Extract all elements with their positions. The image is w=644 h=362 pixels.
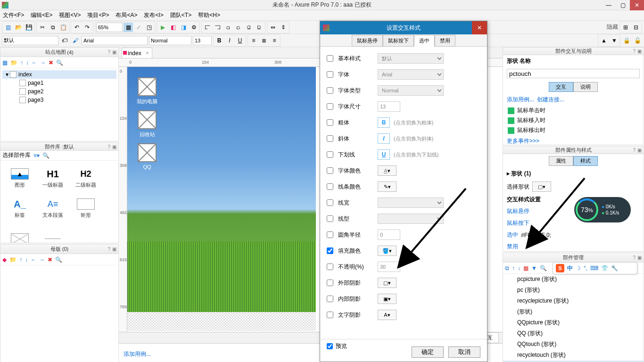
minimize-button[interactable]: — — [602, 0, 616, 10]
dialog-ok-button[interactable]: 确定 — [412, 346, 444, 358]
widget-h1[interactable]: H1一级标题 — [36, 164, 69, 194]
font-size-select[interactable] — [193, 36, 212, 45]
tab-interaction[interactable]: 交互 — [549, 82, 573, 92]
align-bottom-icon[interactable]: ⫒ — [255, 23, 264, 32]
font-select[interactable] — [82, 36, 148, 45]
widget-placeholder[interactable] — [3, 224, 36, 243]
paint-icon[interactable]: 🖌 — [71, 36, 80, 45]
add-case-link[interactable]: 添加用例... — [124, 350, 151, 358]
widget-h2[interactable]: H2二级标题 — [69, 164, 102, 194]
outline-item[interactable]: (形状) — [503, 306, 644, 317]
dialog-cancel-button[interactable]: 取消 — [448, 346, 480, 358]
shape-name-input[interactable] — [507, 69, 640, 78]
widget-image[interactable]: ▲图形 — [3, 164, 36, 194]
add-master-icon[interactable]: ◆ — [2, 256, 7, 263]
share-button[interactable]: ◨ — [179, 23, 188, 32]
widget-label[interactable]: A_标签 — [3, 194, 36, 224]
outline-item[interactable]: QQpicture (形状) — [503, 317, 644, 328]
delete-page-icon[interactable]: ✖ — [49, 59, 53, 66]
search-page-icon[interactable]: 🔍 — [56, 59, 63, 66]
btn-line-color[interactable]: ✎▾ — [378, 181, 396, 192]
dlg-tab-selected[interactable]: 选中 — [414, 35, 435, 47]
canvas-item-recycle[interactable]: 回收站 — [137, 110, 157, 138]
outline-item[interactable]: recycletouch (形状) — [503, 350, 644, 361]
cut-button[interactable]: ✂ — [38, 23, 47, 32]
align-left-icon[interactable]: ⫍ — [203, 23, 212, 32]
preview-button[interactable]: ▶ — [158, 23, 167, 32]
widget-lib-select[interactable]: 选择部件库 — [2, 151, 31, 159]
copy-button[interactable]: ⧉ — [48, 23, 58, 32]
undo-button[interactable]: ↶ — [72, 23, 82, 32]
event-mouseenter[interactable]: 鼠标移入时 — [503, 115, 644, 125]
tree-toggle-icon[interactable]: ▾ — [4, 71, 10, 78]
chk-line-type[interactable] — [327, 215, 333, 222]
text-align-left-icon[interactable]: ≡ — [249, 36, 258, 45]
more-events-link[interactable]: 更多事件>>> — [507, 137, 539, 145]
ime-zhong[interactable]: 中 — [567, 264, 573, 272]
align-top-icon[interactable]: ⫐ — [234, 23, 243, 32]
btn-inner-shadow[interactable]: ▣▾ — [378, 294, 396, 304]
open-button[interactable]: 📂 — [14, 23, 23, 32]
more-button[interactable]: ⚙ — [189, 23, 198, 32]
dialog-title[interactable]: 设置交互样式 ✕ — [320, 21, 487, 34]
dlg-tab-press[interactable]: 鼠标按下 — [383, 35, 414, 47]
close-tab-icon[interactable]: × — [146, 50, 149, 56]
sel-font[interactable]: Arial — [378, 69, 444, 80]
save-button[interactable]: 💾 — [24, 23, 33, 32]
ungroup-button[interactable]: ⊟ — [631, 23, 641, 32]
ime-skin-icon[interactable]: 👕 — [601, 265, 608, 272]
menu-layout[interactable]: 布局<A> — [116, 11, 137, 19]
inp-font-size[interactable] — [378, 101, 400, 112]
sel-line-width[interactable] — [378, 197, 444, 208]
add-page-icon[interactable]: ▦ — [2, 59, 8, 66]
canvas-item-qq[interactable]: QQ — [137, 143, 157, 170]
dialog-close-button[interactable]: ✕ — [472, 21, 487, 34]
add-folder-icon[interactable]: 📁 — [10, 59, 17, 66]
text-align-right-icon[interactable]: ≡ — [270, 36, 279, 45]
outdent-icon[interactable]: ← — [32, 59, 37, 66]
tree-row[interactable]: page2 — [2, 87, 116, 96]
menu-view[interactable]: 视图<V> — [59, 11, 81, 19]
create-link-link[interactable]: 创建连接... — [537, 96, 564, 104]
event-mouseleave[interactable]: 鼠标移出时 — [503, 125, 644, 135]
btn-underline[interactable]: U — [378, 149, 390, 160]
move-down-icon[interactable]: ↓ — [26, 59, 29, 66]
canvas-item-pc[interactable]: 我的电脑 — [137, 77, 157, 105]
chk-text-shadow[interactable] — [327, 312, 333, 318]
widget-paragraph[interactable]: A≡文本段落 — [36, 194, 69, 224]
chk-preview[interactable] — [327, 343, 333, 349]
menu-project[interactable]: 项目<P> — [87, 11, 109, 19]
chk-bold[interactable] — [327, 119, 333, 126]
style-selected-link[interactable]: 选中 — [507, 231, 518, 239]
chk-font-type[interactable] — [327, 87, 333, 94]
design-tab-index[interactable]: index× — [122, 48, 152, 58]
chk-underline[interactable] — [327, 151, 333, 158]
dlg-tab-hover[interactable]: 鼠标悬停 — [352, 35, 383, 47]
chk-font[interactable] — [327, 71, 333, 78]
style-select[interactable] — [2, 36, 58, 45]
group-button[interactable]: ⊞ — [621, 23, 630, 32]
event-click[interactable]: 鼠标单击时 — [503, 106, 644, 115]
chk-outer-shadow[interactable] — [327, 280, 333, 286]
search-widget-icon[interactable]: 🔍 — [42, 152, 50, 159]
btn-outer-shadow[interactable]: ▢▾ — [378, 278, 396, 288]
outline-item[interactable]: pc (形状) — [503, 285, 644, 296]
chk-opacity[interactable] — [327, 263, 333, 270]
outline-item[interactable]: QQ (形状) — [503, 328, 644, 339]
panel-help-icon[interactable]: ? — [107, 49, 110, 55]
style-hover-link[interactable]: 鼠标悬停 — [507, 207, 529, 215]
ime-tool-icon[interactable]: 🔧 — [611, 265, 618, 272]
paste-button[interactable]: 📋 — [58, 23, 68, 32]
chk-base-style[interactable] — [327, 55, 333, 62]
menu-publish[interactable]: 发布<I> — [144, 11, 163, 19]
ime-keyboard-icon[interactable]: ⌨ — [590, 265, 598, 272]
close-button[interactable]: ✕ — [630, 0, 644, 10]
sel-font-type[interactable]: Normal — [378, 85, 444, 96]
widget-hline[interactable] — [36, 224, 69, 243]
lock-icon[interactable]: 🔒 — [622, 36, 631, 45]
maximize-button[interactable]: ▢ — [616, 0, 630, 10]
tab-style[interactable]: 样式 — [573, 156, 598, 166]
text-align-center-icon[interactable]: ≣ — [259, 36, 269, 45]
speed-widget[interactable]: 73% 0K/s 0.1K/s — [574, 197, 631, 222]
btn-font-color[interactable]: A▾ — [378, 165, 396, 176]
